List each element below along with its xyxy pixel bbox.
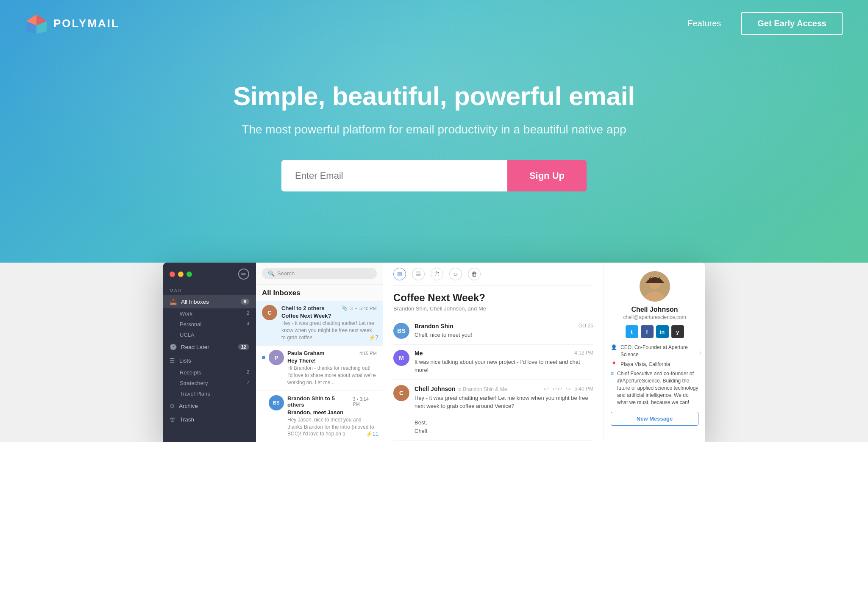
facebook-button[interactable]: f xyxy=(641,325,654,338)
message-date: Oct 25 xyxy=(579,323,593,330)
logo: POLYMAIL xyxy=(25,13,120,35)
attach-icon: 📎 xyxy=(342,305,348,311)
search-bar-container: 🔍 Search xyxy=(256,263,383,285)
message-text: It was nice talking about your new proje… xyxy=(415,358,593,374)
avatar-image xyxy=(640,271,670,302)
search-placeholder: Search xyxy=(277,270,295,277)
app-body: ✏ MAIL 📥 All Inboxes 6 Work 2 Personal 4 xyxy=(163,263,705,442)
sidebar-item-archive[interactable]: ⊙ Archive xyxy=(163,399,256,413)
email-item[interactable]: P Paula Graham 4:15 PM Hey There! Hi Bra… xyxy=(256,346,383,391)
avatar: BS xyxy=(269,395,284,410)
new-message-button[interactable]: New Message xyxy=(611,412,698,426)
sidebar-item-travel-plans[interactable]: Travel Plans xyxy=(163,388,256,399)
sidebar-item-read-later[interactable]: 🕐 Read Later 12 xyxy=(163,340,256,354)
sidebar-item-work[interactable]: Work 2 xyxy=(163,308,256,319)
reply-all-icon[interactable]: ↩↩ xyxy=(552,385,562,392)
hero-title: Simple, beautiful, powerful email xyxy=(25,81,843,111)
message-date: 5:40 PM xyxy=(574,386,593,392)
trash-toolbar-icon[interactable]: 🗑 xyxy=(468,268,481,280)
personal-label: Personal xyxy=(180,321,201,327)
email-sender: Brandon Shin to 5 others xyxy=(287,395,353,408)
sidebar-item-personal[interactable]: Personal 4 xyxy=(163,319,256,330)
email-input[interactable] xyxy=(281,160,507,191)
sidebar-item-lists[interactable]: ☰ Lists xyxy=(163,354,256,367)
all-inboxes-badge: 6 xyxy=(241,299,249,305)
navbar: POLYMAIL Features Get Early Access xyxy=(25,0,843,47)
avatar: C xyxy=(393,385,409,401)
email-preview: Hey Jason, nice to meet you and thanks B… xyxy=(287,416,377,438)
email-subject: Brandon, meet Jason xyxy=(287,409,377,416)
email-toolbar: ✉ ☰ ⏱ ☺ 🗑 xyxy=(393,263,593,286)
forward-icon[interactable]: ↪ xyxy=(566,385,571,392)
logo-icon xyxy=(25,13,47,35)
search-bar[interactable]: 🔍 Search xyxy=(262,268,377,279)
clock-toolbar-icon[interactable]: ⏱ xyxy=(431,268,443,280)
contact-location-row: 📍 Playa Vista, California xyxy=(611,361,698,368)
contact-social: t f in y xyxy=(611,325,698,338)
contact-location: Playa Vista, California xyxy=(620,361,670,368)
compose-button[interactable]: ✏ xyxy=(238,269,249,280)
contact-name: Chell Johnson xyxy=(611,306,698,313)
twitter-button[interactable]: t xyxy=(626,325,638,338)
message-text: Hey - it was great chatting earlier! Let… xyxy=(415,394,593,435)
email-detail-participants: Brandon Shin, Chell Johnson, and Me xyxy=(393,305,593,312)
email-subject: Hey There! xyxy=(287,357,377,364)
email-item[interactable]: C Chell to 2 others 📎 3 • 5:40 PM xyxy=(256,301,383,346)
message-header: Chell Johnson to Brandon Shin & Me ↩ ↩↩ … xyxy=(415,385,593,393)
personal-badge: 4 xyxy=(247,321,249,327)
contact-panel: › Chell Johnson chell@aperturescience.co… xyxy=(604,263,705,442)
person-icon: 👤 xyxy=(611,344,617,350)
message-to: to Brandon Shin & Me xyxy=(457,386,507,392)
email-list: 🔍 Search All Inboxes C Chell to 2 others xyxy=(256,263,383,442)
inbox-toolbar-icon[interactable]: ✉ xyxy=(393,268,406,280)
contact-bio-row: ≡ Chief Executive and co-founder of @Ape… xyxy=(611,370,698,406)
email-time: 5:40 PM xyxy=(359,306,377,311)
reply-icon[interactable]: ↩ xyxy=(544,385,549,392)
smile-toolbar-icon[interactable]: ☺ xyxy=(449,268,462,280)
list-toolbar-icon[interactable]: ☰ xyxy=(412,268,425,280)
close-button[interactable] xyxy=(170,272,175,277)
all-inboxes-label: All Inboxes xyxy=(181,299,236,305)
sidebar-item-stratechery[interactable]: Stratechery 7 xyxy=(163,378,256,388)
email-count: 3 xyxy=(350,306,353,311)
get-early-access-button[interactable]: Get Early Access xyxy=(741,12,843,35)
minimize-button[interactable] xyxy=(178,272,184,277)
message-sender: Brandon Shin xyxy=(415,323,453,330)
app-window: ✏ MAIL 📥 All Inboxes 6 Work 2 Personal 4 xyxy=(163,263,705,442)
chevron-right-button[interactable]: › xyxy=(699,348,702,357)
receipts-label: Receipts xyxy=(180,369,201,376)
contact-bio: Chief Executive and co-founder of @Apert… xyxy=(617,370,698,406)
work-badge: 2 xyxy=(247,310,249,317)
sidebar-item-all-inboxes[interactable]: 📥 All Inboxes 6 xyxy=(163,295,256,308)
sidebar-item-receipts[interactable]: Receipts 2 xyxy=(163,367,256,378)
read-later-label: Read Later xyxy=(181,344,234,350)
email-time: 3 • 3:14 PM xyxy=(353,396,377,407)
archive-icon: ⊙ xyxy=(170,402,175,409)
message: BS Brandon Shin Oct 25 Chell, nice to me… xyxy=(393,318,593,345)
features-link[interactable]: Features xyxy=(687,19,721,28)
ucla-label: UCLA xyxy=(180,332,195,338)
archive-label: Archive xyxy=(179,403,249,409)
message-body: Me 4:12 PM It was nice talking about you… xyxy=(415,350,593,374)
list-icon: ☰ xyxy=(170,357,175,364)
sidebar-item-ucla[interactable]: UCLA xyxy=(163,330,256,340)
work-label: Work xyxy=(180,310,192,317)
sidebar-item-trash[interactable]: 🗑 Trash xyxy=(163,413,256,426)
linkedin-button[interactable]: in xyxy=(656,325,669,338)
y-button[interactable]: y xyxy=(671,325,684,338)
traffic-lights xyxy=(170,272,192,277)
signup-form: Sign Up xyxy=(281,160,587,191)
clock-icon: 🕐 xyxy=(170,344,177,350)
lists-label: Lists xyxy=(179,357,249,364)
message-date: 4:12 PM xyxy=(574,350,593,357)
email-sender: Paula Graham xyxy=(287,350,324,356)
email-preview: Hi Brandon - thanks for reaching out! I'… xyxy=(287,365,377,386)
email-time: 4:15 PM xyxy=(359,351,377,356)
maximize-button[interactable] xyxy=(186,272,192,277)
avatar: P xyxy=(269,350,284,365)
message-header: Me 4:12 PM xyxy=(415,350,593,357)
signup-button[interactable]: Sign Up xyxy=(507,160,587,191)
contact-title-row: 👤 CEO, Co-Founder at Aperture Science xyxy=(611,344,698,358)
read-later-badge: 12 xyxy=(238,344,249,350)
email-item[interactable]: BS Brandon Shin to 5 others 3 • 3:14 PM … xyxy=(256,391,383,442)
